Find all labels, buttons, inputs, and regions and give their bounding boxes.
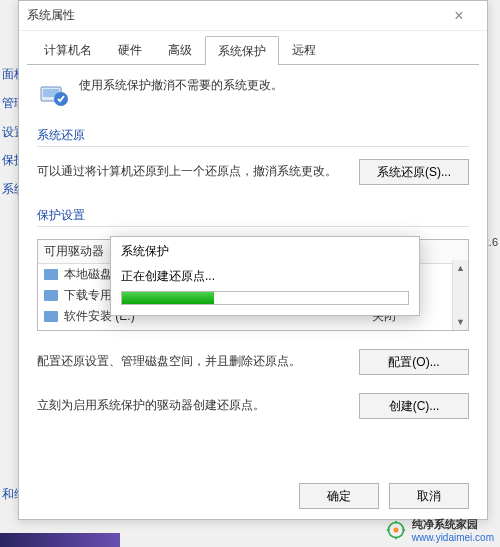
configure-button[interactable]: 配置(O)... (359, 349, 469, 375)
gear-icon (386, 520, 406, 540)
system-restore-button[interactable]: 系统还原(S)... (359, 159, 469, 185)
tab-system-protection[interactable]: 系统保护 (205, 36, 279, 65)
progress-bar (121, 291, 409, 305)
brand-name: 纯净系统家园 (412, 517, 494, 532)
close-icon: × (454, 7, 463, 25)
dialog-title: 系统属性 (27, 7, 75, 24)
close-button[interactable]: × (439, 2, 479, 30)
popup-title: 系统保护 (111, 237, 419, 266)
section-title-restore: 系统还原 (37, 127, 469, 144)
taskbar-fragment (0, 533, 120, 547)
restore-description: 可以通过将计算机还原到上一个还原点，撤消系统更改。 (37, 162, 345, 181)
titlebar: 系统属性 × (19, 1, 487, 31)
ok-button[interactable]: 确定 (299, 483, 379, 509)
tab-remote[interactable]: 远程 (279, 35, 329, 64)
progress-fill (122, 292, 214, 304)
drive-name: 其他文件 (F:) (64, 329, 372, 331)
drive-status: 关闭 (372, 329, 462, 331)
sidebar-item[interactable]: 设置 (0, 118, 18, 147)
configure-description: 配置还原设置、管理磁盘空间，并且删除还原点。 (37, 352, 345, 371)
sidebar-item[interactable]: 系统还原 (0, 175, 18, 204)
drive-icon (44, 269, 58, 280)
brand-url[interactable]: www.yidaimei.com (412, 532, 494, 543)
drives-scrollbar[interactable]: ▲ ▼ (452, 260, 468, 330)
drive-row[interactable]: 其他文件 (F:) 关闭 (38, 327, 468, 331)
tab-hardware[interactable]: 硬件 (105, 35, 155, 64)
parent-sidebar: 面板主页 管理器 设置 保护 系统还原 和维 (0, 60, 18, 204)
watermark: 纯净系统家园 www.yidaimei.com (386, 517, 494, 543)
system-protection-icon (37, 77, 69, 109)
dialog-footer: 确定 取消 (299, 483, 469, 509)
cancel-button[interactable]: 取消 (389, 483, 469, 509)
section-title-protection: 保护设置 (37, 207, 469, 224)
create-button[interactable]: 创建(C)... (359, 393, 469, 419)
intro-text: 使用系统保护撤消不需要的系统更改。 (79, 77, 283, 94)
sidebar-item[interactable]: 面板主页 (0, 60, 18, 89)
tab-advanced[interactable]: 高级 (155, 35, 205, 64)
svg-point-4 (393, 528, 398, 533)
popup-message: 正在创建还原点... (111, 266, 419, 291)
create-description: 立刻为启用系统保护的驱动器创建还原点。 (37, 396, 345, 415)
tab-strip: 计算机名 硬件 高级 系统保护 远程 (19, 31, 487, 64)
scroll-up-icon[interactable]: ▲ (453, 260, 468, 276)
drive-icon (44, 290, 58, 301)
sidebar-item[interactable]: 管理器 (0, 89, 18, 118)
sidebar-item[interactable]: 保护 (0, 146, 18, 175)
tab-computer-name[interactable]: 计算机名 (31, 35, 105, 64)
progress-popup: 系统保护 正在创建还原点... (110, 236, 420, 316)
drive-icon (44, 311, 58, 322)
scroll-down-icon[interactable]: ▼ (453, 314, 468, 330)
